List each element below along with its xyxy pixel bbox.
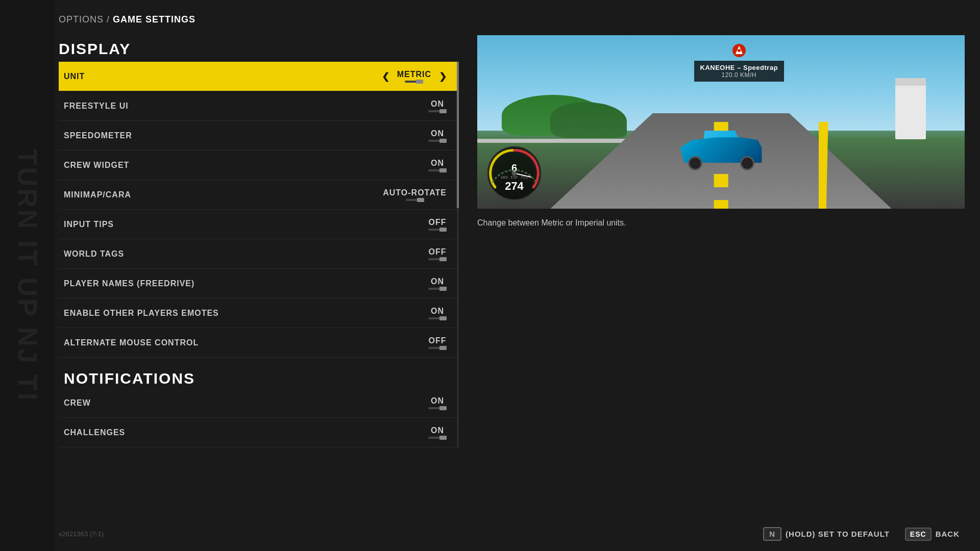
scrollbar[interactable] xyxy=(457,62,459,447)
player-names-bar: ON xyxy=(428,277,447,290)
breadcrumb: OPTIONS / GAME SETTINGS xyxy=(0,0,980,35)
preview-car xyxy=(680,130,762,170)
setting-row-speedometer[interactable]: SPEEDOMETER ON xyxy=(59,121,457,151)
setting-label-world-tags: WORLD TAGS xyxy=(64,249,124,259)
input-tips-value: OFF xyxy=(429,218,447,227)
player-names-value: ON xyxy=(431,277,444,286)
world-tags-value: OFF xyxy=(429,247,447,257)
challenges-bar: ON xyxy=(428,426,447,439)
setting-value-minimap: AUTO-ROTATE xyxy=(383,188,447,201)
setting-row-minimap[interactable]: MINIMAP/CARA AUTO-ROTATE xyxy=(59,180,457,210)
alt-mouse-value: OFF xyxy=(429,336,447,345)
preview-panel: KANEOHE – Speedtrap 120.0 KM/H xyxy=(467,35,980,551)
world-tags-track xyxy=(428,258,447,260)
hud-location-speed: 120.0 KM/H xyxy=(700,71,778,79)
setting-value-player-names: ON xyxy=(428,277,447,290)
setting-label-enable-emotes: ENABLE OTHER PLAYERS EMOTES xyxy=(64,309,219,318)
main-container: OPTIONS / GAME SETTINGS DISPLAY UNIT ❮ xyxy=(0,0,980,551)
setting-value-enable-emotes: ON xyxy=(428,307,447,319)
setting-label-crew-widget: CREW WIDGET xyxy=(64,161,129,170)
display-section: DISPLAY UNIT ❮ METRIC xyxy=(59,35,457,447)
setting-value-freestyle-ui: ON xyxy=(428,99,447,112)
version-text: v2621363 (?-1) xyxy=(59,530,104,538)
crew-widget-track xyxy=(428,169,447,171)
setting-label-minimap: MINIMAP/CARA xyxy=(64,190,131,199)
setting-label-speedometer: SPEEDOMETER xyxy=(64,131,132,140)
player-names-track xyxy=(428,288,447,290)
setting-value-input-tips: OFF xyxy=(428,218,447,231)
setting-label-player-names: PLAYER NAMES (FREEDRIVE) xyxy=(64,279,194,288)
car-wheel-right xyxy=(740,156,754,170)
speedometer-widget: 6 ABS ESP TCS 274 xyxy=(485,144,544,205)
hud-location-box: KANEOHE – Speedtrap 120.0 KM/H xyxy=(694,61,785,82)
speedometer-bar: ON xyxy=(428,129,447,142)
key-esc-badge: Esc xyxy=(905,528,932,541)
footer: v2621363 (?-1) N (HOLD) SET TO DEFAULT E… xyxy=(0,519,980,551)
breadcrumb-prefix: OPTIONS / xyxy=(59,14,113,24)
svg-text:ABS: ABS xyxy=(501,176,508,179)
svg-point-2 xyxy=(738,49,741,52)
setting-label-unit: UNIT xyxy=(64,72,85,81)
setting-row-crew-widget[interactable]: CREW WIDGET ON xyxy=(59,151,457,180)
setting-value-alt-mouse: OFF xyxy=(428,336,447,349)
settings-list: UNIT ❮ METRIC ❯ xyxy=(59,62,457,358)
setting-label-challenges: CHALLENGES xyxy=(64,428,125,437)
setting-label-freestyle-ui: FREESTYLE UI xyxy=(64,102,129,111)
arrow-left-icon[interactable]: ❮ xyxy=(382,71,389,82)
setting-row-input-tips[interactable]: INPUT TIPS OFF xyxy=(59,210,457,239)
setting-row-unit[interactable]: UNIT ❮ METRIC ❯ xyxy=(59,62,457,91)
display-section-title: DISPLAY xyxy=(59,40,457,58)
preview-description: Change between Metric or Imperial units. xyxy=(477,209,965,237)
setting-row-challenges[interactable]: CHALLENGES ON xyxy=(59,418,457,447)
setting-row-player-names[interactable]: PLAYER NAMES (FREEDRIVE) ON xyxy=(59,269,457,298)
setting-row-alt-mouse[interactable]: ALTERNATE MOUSE CONTROL OFF xyxy=(59,328,457,358)
challenges-value: ON xyxy=(431,426,444,435)
setting-label-alt-mouse: ALTERNATE MOUSE CONTROL xyxy=(64,338,199,347)
input-tips-track xyxy=(428,229,447,231)
preview-building xyxy=(895,78,926,139)
notifications-section: NOTIFICATIONS CREW ON xyxy=(59,363,457,447)
footer-controls: N (HOLD) SET TO DEFAULT Esc BACK xyxy=(763,527,960,541)
unit-value-bar: METRIC xyxy=(397,70,431,83)
setting-label-crew: CREW xyxy=(64,398,91,408)
back-btn[interactable]: Esc BACK xyxy=(905,528,960,541)
challenges-track xyxy=(428,437,447,439)
breadcrumb-current: GAME SETTINGS xyxy=(113,14,195,24)
minimap-track xyxy=(406,199,424,201)
setting-value-speedometer: ON xyxy=(428,129,447,142)
svg-text:TCS: TCS xyxy=(521,176,528,179)
world-tags-bar: OFF xyxy=(428,247,447,260)
setting-row-enable-emotes[interactable]: ENABLE OTHER PLAYERS EMOTES ON xyxy=(59,298,457,328)
enable-emotes-bar: ON xyxy=(428,307,447,319)
speedtrap-icon xyxy=(732,43,746,58)
hud-location-container: KANEOHE – Speedtrap 120.0 KM/H xyxy=(694,43,785,82)
setting-value-challenges: ON xyxy=(428,426,447,439)
crew-value: ON xyxy=(431,396,444,406)
setting-label-input-tips: INPUT TIPS xyxy=(64,220,114,229)
input-tips-bar: OFF xyxy=(428,218,447,231)
alt-mouse-bar: OFF xyxy=(428,336,447,349)
arrow-right-icon[interactable]: ❯ xyxy=(439,71,447,82)
freestyle-ui-track xyxy=(428,110,447,112)
setting-value-crew: ON xyxy=(428,396,447,409)
settings-list-outer: UNIT ❮ METRIC ❯ xyxy=(59,62,457,447)
crew-widget-value: ON xyxy=(431,159,444,168)
svg-text:6: 6 xyxy=(511,162,517,173)
unit-track xyxy=(405,81,423,83)
freestyle-ui-bar: ON xyxy=(428,99,447,112)
hold-default-label: (HOLD) SET TO DEFAULT xyxy=(786,530,890,538)
crew-widget-bar: ON xyxy=(428,159,447,171)
key-n-badge: N xyxy=(763,527,781,541)
car-wheel-left xyxy=(688,156,702,170)
enable-emotes-track xyxy=(428,317,447,319)
crew-bar: ON xyxy=(428,396,447,409)
hold-default-btn[interactable]: N (HOLD) SET TO DEFAULT xyxy=(763,527,890,541)
svg-text:ESP: ESP xyxy=(510,176,518,179)
svg-text:274: 274 xyxy=(505,180,524,192)
setting-row-freestyle-ui[interactable]: FREESTYLE UI ON xyxy=(59,91,457,121)
back-label: BACK xyxy=(936,530,960,538)
hud-location-name: KANEOHE – Speedtrap xyxy=(700,64,778,71)
setting-row-world-tags[interactable]: WORLD TAGS OFF xyxy=(59,239,457,269)
minimap-value: AUTO-ROTATE xyxy=(383,188,447,197)
setting-row-crew[interactable]: CREW ON xyxy=(59,388,457,418)
